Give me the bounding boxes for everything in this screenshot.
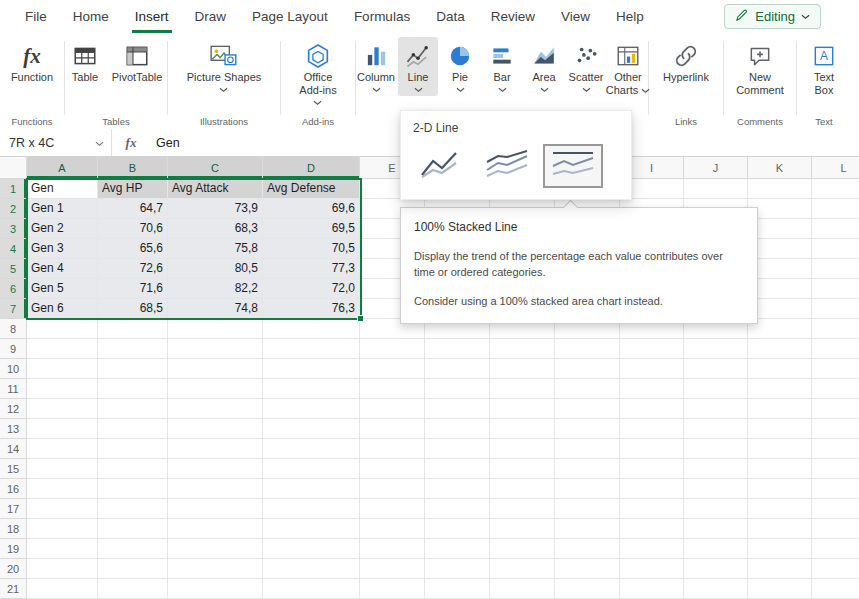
- row-header-9[interactable]: 9: [0, 339, 27, 359]
- cell-F15[interactable]: [425, 459, 490, 479]
- cell-D17[interactable]: [263, 499, 360, 519]
- cell-G14[interactable]: [490, 439, 555, 459]
- function-button[interactable]: fxFunction: [6, 37, 58, 86]
- cell-I19[interactable]: [620, 539, 684, 559]
- tab-formulas[interactable]: Formulas: [341, 0, 423, 33]
- cell-F10[interactable]: [425, 359, 490, 379]
- text-box-button[interactable]: ATextBox: [804, 37, 844, 99]
- cell-G11[interactable]: [490, 379, 555, 399]
- cell-C15[interactable]: [168, 459, 263, 479]
- cell-H18[interactable]: [555, 519, 620, 539]
- cell-G18[interactable]: [490, 519, 555, 539]
- cell-J14[interactable]: [684, 439, 748, 459]
- cell-G20[interactable]: [490, 559, 555, 579]
- cell-L1[interactable]: [812, 179, 859, 199]
- cell-C14[interactable]: [168, 439, 263, 459]
- tab-data[interactable]: Data: [423, 0, 478, 33]
- cell-C12[interactable]: [168, 399, 263, 419]
- cell-J16[interactable]: [684, 479, 748, 499]
- cell-F18[interactable]: [425, 519, 490, 539]
- cell-A11[interactable]: [27, 379, 98, 399]
- cell-K10[interactable]: [748, 359, 812, 379]
- cell-G15[interactable]: [490, 459, 555, 479]
- cell-C18[interactable]: [168, 519, 263, 539]
- new-comment-button[interactable]: NewComment: [731, 37, 789, 99]
- cell-F11[interactable]: [425, 379, 490, 399]
- row-header-12[interactable]: 12: [0, 399, 27, 419]
- cell-D15[interactable]: [263, 459, 360, 479]
- cell-K13[interactable]: [748, 419, 812, 439]
- cell-H13[interactable]: [555, 419, 620, 439]
- line-chart-button[interactable]: Line: [398, 37, 438, 96]
- chart-option-100-stacked-line[interactable]: [543, 144, 603, 188]
- cell-G10[interactable]: [490, 359, 555, 379]
- cell-K21[interactable]: [748, 579, 812, 599]
- col-header-L[interactable]: L: [812, 157, 859, 179]
- cell-L19[interactable]: [812, 539, 859, 559]
- cell-I12[interactable]: [620, 399, 684, 419]
- cell-B6[interactable]: 71,6: [98, 279, 168, 299]
- cell-G13[interactable]: [490, 419, 555, 439]
- cell-C3[interactable]: 68,3: [168, 219, 263, 239]
- cell-B4[interactable]: 65,6: [98, 239, 168, 259]
- row-header-6[interactable]: 6: [0, 279, 27, 299]
- cell-B15[interactable]: [98, 459, 168, 479]
- cell-A7[interactable]: Gen 6: [27, 299, 98, 319]
- cell-C9[interactable]: [168, 339, 263, 359]
- cell-K17[interactable]: [748, 499, 812, 519]
- cell-L21[interactable]: [812, 579, 859, 599]
- cell-A5[interactable]: Gen 4: [27, 259, 98, 279]
- cell-E17[interactable]: [360, 499, 425, 519]
- cell-H20[interactable]: [555, 559, 620, 579]
- cell-C2[interactable]: 73,9: [168, 199, 263, 219]
- cell-I16[interactable]: [620, 479, 684, 499]
- cell-B2[interactable]: 64,7: [98, 199, 168, 219]
- cell-K1[interactable]: [748, 179, 812, 199]
- cell-G12[interactable]: [490, 399, 555, 419]
- row-header-15[interactable]: 15: [0, 459, 27, 479]
- cell-D12[interactable]: [263, 399, 360, 419]
- row-header-8[interactable]: 8: [0, 319, 27, 339]
- cell-L20[interactable]: [812, 559, 859, 579]
- cell-D6[interactable]: 72,0: [263, 279, 360, 299]
- scatter-chart-button[interactable]: Scatter: [566, 37, 606, 96]
- cell-H12[interactable]: [555, 399, 620, 419]
- cell-B10[interactable]: [98, 359, 168, 379]
- cell-C7[interactable]: 74,8: [168, 299, 263, 319]
- row-header-11[interactable]: 11: [0, 379, 27, 399]
- cell-L3[interactable]: [812, 219, 859, 239]
- cell-A1[interactable]: Gen: [27, 179, 98, 199]
- cell-A10[interactable]: [27, 359, 98, 379]
- cell-L5[interactable]: [812, 259, 859, 279]
- cell-D11[interactable]: [263, 379, 360, 399]
- cell-E13[interactable]: [360, 419, 425, 439]
- pivottable-button[interactable]: PivotTable: [107, 37, 167, 86]
- hyperlink-button[interactable]: Hyperlink: [658, 37, 714, 86]
- cell-I13[interactable]: [620, 419, 684, 439]
- cell-B9[interactable]: [98, 339, 168, 359]
- pie-chart-button[interactable]: Pie: [440, 37, 480, 96]
- cell-A20[interactable]: [27, 559, 98, 579]
- chevron-down-icon[interactable]: [95, 136, 104, 150]
- cell-E16[interactable]: [360, 479, 425, 499]
- row-header-14[interactable]: 14: [0, 439, 27, 459]
- cell-D21[interactable]: [263, 579, 360, 599]
- cell-H19[interactable]: [555, 539, 620, 559]
- office-add-ins-button[interactable]: OfficeAdd-ins: [294, 37, 341, 109]
- tab-view[interactable]: View: [548, 0, 603, 33]
- cell-K20[interactable]: [748, 559, 812, 579]
- cell-B18[interactable]: [98, 519, 168, 539]
- editing-button[interactable]: Editing: [724, 4, 821, 29]
- tab-page-layout[interactable]: Page Layout: [239, 0, 341, 33]
- cell-C4[interactable]: 75,8: [168, 239, 263, 259]
- cell-L9[interactable]: [812, 339, 859, 359]
- cell-L8[interactable]: [812, 319, 859, 339]
- cell-D18[interactable]: [263, 519, 360, 539]
- cell-A18[interactable]: [27, 519, 98, 539]
- cell-L17[interactable]: [812, 499, 859, 519]
- cell-E21[interactable]: [360, 579, 425, 599]
- cell-B16[interactable]: [98, 479, 168, 499]
- cell-C10[interactable]: [168, 359, 263, 379]
- cell-B3[interactable]: 70,6: [98, 219, 168, 239]
- cell-K19[interactable]: [748, 539, 812, 559]
